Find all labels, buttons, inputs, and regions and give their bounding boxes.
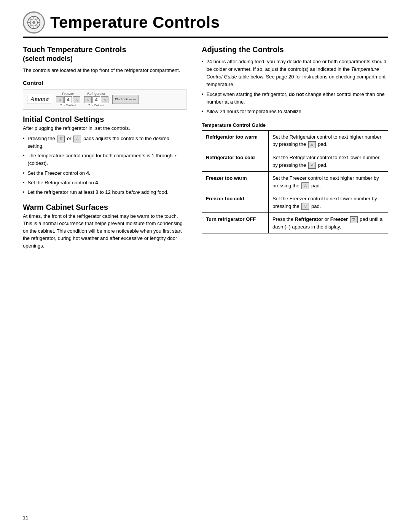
freezer-up-btn[interactable]: △ [73,96,80,103]
adjust-bullet1: 24 hours after adding food, you may deci… [202,58,388,89]
bullet-range: The temperature control range for both c… [23,152,186,167]
touch-controls-title: Touch Temperature Controls [23,45,186,54]
refrigerator-control-group: Refrigerator ▽ 4 △ 7 Is Coldest [84,92,108,107]
bullet1-part2: or [67,136,72,141]
right-column: Adjusting the Controls 24 hours after ad… [202,45,388,252]
condition-cell: Freezer too cold [202,192,269,213]
page-header: Temperature Controls [23,11,388,38]
warm-cabinet-title: Warm Cabinet Surfaces [23,203,186,212]
adjust-b3-text: Allow 24 hours for temperatures to stabi… [207,108,303,115]
bullet3-bold: 4 [86,170,89,176]
electronic-control: Electronic — — [112,95,139,104]
condition-cell: Refrigerator too cold [202,151,269,172]
refrigerator-buttons: ▽ 4 △ [84,96,108,103]
adjust-b2-bold: do not [289,91,304,97]
adjust-b2-part1: Except when starting the refrigerator, [207,91,287,97]
adjusting-bullets: 24 hours after adding food, you may deci… [202,58,388,115]
freezer-buttons: ▽ 4 △ [56,96,80,103]
initial-intro: After plugging the refrigerator in, set … [23,125,186,132]
bullet5-part1: Let the refrigerator run at least 8 to 1… [28,189,124,195]
refrigerator-label: Refrigerator [87,92,105,96]
condition-cell: Freezer too warm [202,172,269,192]
temperature-table: Refrigerator too warm Set the Refrigerat… [202,130,388,233]
refrigerator-number: 4 [92,96,100,103]
down-pad-icon[interactable]: ▽ [301,203,309,210]
table-row: Turn refrigerator OFF Press the Refriger… [202,213,388,233]
refrigerator-up-btn[interactable]: △ [101,96,108,103]
warm-text: At times, the front of the refrigerator … [23,212,186,250]
bullet-fridge-4: Set the Refrigerator control on 4. [23,179,186,187]
freezer-coldest-label: 7 Is Coldest [60,104,76,107]
page-number: 11 [23,515,28,521]
svg-point-2 [32,21,35,24]
bullet5-italic: before [126,189,140,195]
refrigerator-coldest-label: 7 Is Coldest [88,104,104,107]
freezer-label: Freezer [62,92,74,96]
freezer-down-btn[interactable]: ▽ [56,96,64,103]
intro-text: The controls are located at the top fron… [23,67,186,74]
condition-cell: Turn refrigerator OFF [202,213,269,233]
adjusting-title: Adjusting the Controls [202,45,388,54]
bullet3-part1: Set the Freezer control on [28,170,85,176]
bullet-run-time: Let the refrigerator run at least 8 to 1… [23,189,186,196]
table-row: Refrigerator too cold Set the Refrigerat… [202,151,388,172]
up-pad-icon[interactable]: △ [308,141,316,148]
svg-line-8 [37,26,38,27]
up-pad-icon[interactable]: △ [301,182,309,189]
control-image: Amana Freezer ▽ 4 △ 7 Is Coldest Refrige… [23,89,186,110]
guide-title: Temperature Control Guide [202,122,388,128]
condition-cell: Refrigerator too warm [202,130,269,151]
freezer-bold: Freezer [330,216,348,222]
svg-line-9 [37,18,38,19]
instruction-cell: Set the Freezer control to next higher n… [269,172,388,192]
bullet4-part1: Set the Refrigerator control on [28,180,94,185]
table-row: Freezer too warm Set the Freezer control… [202,172,388,192]
table-row: Refrigerator too warm Set the Refrigerat… [202,130,388,151]
instruction-cell: Press the Refrigerator or Freezer ▽ pad … [269,213,388,233]
up-pad-icon[interactable]: △ [73,136,81,142]
control-label: Control [23,80,186,86]
instruction-cell: Set the Freezer control to next lower nu… [269,192,388,213]
down-pad-icon[interactable]: ▽ [350,216,358,223]
page-title: Temperature Controls [50,13,220,32]
initial-settings-title: Initial Control Settings [23,115,186,124]
left-column: Touch Temperature Controls (select model… [23,45,186,252]
bullet5-part2: adding food. [141,189,169,195]
instruction-cell: Set the Refrigerator control to next low… [269,151,388,172]
bullet4-bold: 4 [95,180,98,185]
freezer-number: 4 [64,96,72,103]
bullet-freezer-4: Set the Freezer control on 4. [23,169,186,177]
table-row: Freezer too cold Set the Freezer control… [202,192,388,213]
down-pad-icon[interactable]: ▽ [57,136,65,142]
select-models-subtitle: (select models) [23,55,186,63]
svg-line-7 [29,18,31,19]
refrigerator-bold: Refrigerator [295,216,323,222]
electronic-label: Electronic [115,97,128,101]
svg-line-10 [29,26,31,27]
instruction-cell: Set the Refrigerator control to next hig… [269,130,388,151]
adjust-bullet2: Except when starting the refrigerator, d… [202,91,388,106]
header-icon [23,11,45,34]
bullet-pressing: Pressing the ▽ or △ pads adjusts the con… [23,135,186,150]
bullet2-text: The temperature control range for both c… [28,152,186,167]
down-pad-icon[interactable]: ▽ [308,162,316,169]
freezer-control-group: Freezer ▽ 4 △ 7 Is Coldest [56,92,80,107]
temperature-icon [27,15,41,30]
adjust-bullet3: Allow 24 hours for temperatures to stabi… [202,108,388,115]
refrigerator-down-btn[interactable]: ▽ [84,96,92,103]
electronic-display: — — [129,97,136,101]
amana-logo: Amana [27,95,52,104]
bullet1-part1: Pressing the [28,136,55,141]
